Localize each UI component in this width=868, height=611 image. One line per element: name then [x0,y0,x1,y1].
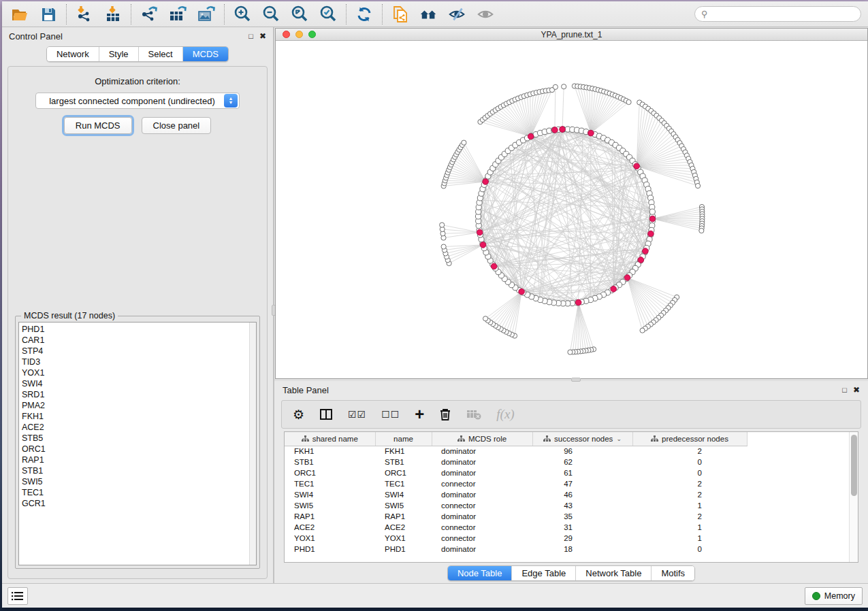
tab-select[interactable]: Select [139,47,183,61]
export-table-icon[interactable] [168,5,187,24]
cell-mcds-role[interactable]: connector [432,478,532,489]
mcds-result-item[interactable]: STB5 [22,433,246,444]
select-all-icon[interactable]: ☑☑ [348,406,366,423]
mcds-result-list[interactable]: PHD1CAR1STP4TID3YOX1SWI4SRD1PMA2FKH1ACE2… [18,322,257,565]
table-row[interactable]: STB1STB1dominator620 [285,457,747,467]
cell-name[interactable]: YOX1 [375,533,432,544]
delete-icon[interactable] [439,406,451,423]
cell-predecessor-nodes[interactable]: 1 [632,500,747,511]
cell-successor-nodes[interactable]: 18 [532,544,632,555]
mcds-result-item[interactable]: ORC1 [22,444,246,455]
cell-name[interactable]: FKH1 [375,446,432,457]
tab-motifs[interactable]: Motifs [652,566,694,580]
tab-node-table[interactable]: Node Table [448,566,513,580]
cell-successor-nodes[interactable]: 61 [532,467,632,478]
mcds-result-item[interactable]: GCR1 [22,498,246,509]
table-row[interactable]: PHD1PHD1dominator180 [285,544,747,555]
mcds-result-item[interactable]: PHD1 [22,324,246,335]
result-list-scrollbar[interactable] [249,323,256,565]
cell-predecessor-nodes[interactable]: 2 [632,446,747,457]
col-predecessor-nodes[interactable]: predecessor nodes [632,432,747,446]
col-shared-name[interactable]: shared name [285,432,375,446]
splitter-grip[interactable] [571,378,581,382]
cell-predecessor-nodes[interactable]: 2 [632,489,747,500]
cell-name[interactable]: ACE2 [375,522,432,533]
mcds-result-item[interactable]: SRD1 [22,389,246,400]
tab-network-table[interactable]: Network Table [576,566,652,580]
import-network-icon[interactable] [75,5,94,24]
cell-mcds-role[interactable]: connector [432,522,532,533]
float-table-panel-icon[interactable]: □ [842,386,847,394]
cell-shared-name[interactable]: ORC1 [285,467,375,478]
cell-successor-nodes[interactable]: 31 [532,522,632,533]
search-input[interactable]: ⚲ [694,6,861,22]
tab-style[interactable]: Style [99,47,139,61]
mcds-result-item[interactable]: PMA2 [22,400,246,411]
mcds-result-item[interactable]: ACE2 [22,422,246,433]
cell-name[interactable]: SWI4 [375,489,432,500]
memory-button[interactable]: Memory [805,587,863,605]
mcds-result-item[interactable]: RAP1 [22,455,246,465]
close-table-panel-icon[interactable]: ✖ [853,386,860,394]
cell-predecessor-nodes[interactable]: 0 [632,457,747,467]
col-mcds-role[interactable]: MCDS role [432,432,532,446]
cell-mcds-role[interactable]: dominator [432,467,532,478]
columns-icon[interactable] [319,406,333,423]
zoom-fit-icon[interactable] [290,5,309,24]
cell-predecessor-nodes[interactable]: 0 [632,467,747,478]
close-panel-icon[interactable]: ✖ [259,32,266,40]
mcds-result-item[interactable]: CAR1 [22,335,246,346]
first-neighbors-icon[interactable] [419,5,438,24]
horizontal-splitter[interactable] [274,379,868,381]
cell-predecessor-nodes[interactable]: 0 [632,544,747,555]
cell-mcds-role[interactable]: dominator [432,457,532,467]
cell-successor-nodes[interactable]: 46 [532,489,632,500]
copy-network-icon[interactable] [391,5,410,24]
table-row[interactable]: YOX1YOX1connector291 [285,533,747,544]
gear-icon[interactable]: ⚙ [293,406,304,423]
tab-edge-table[interactable]: Edge Table [512,566,576,580]
cell-name[interactable]: ORC1 [375,467,432,478]
table-row[interactable]: SWI5SWI5connector431 [285,500,747,511]
zoom-selected-icon[interactable] [319,5,338,24]
cell-mcds-role[interactable]: dominator [432,544,532,555]
add-icon[interactable]: + [415,406,424,423]
float-panel-icon[interactable]: □ [248,33,253,40]
zoom-in-icon[interactable] [233,5,252,24]
cell-shared-name[interactable]: TEC1 [285,478,375,489]
cell-predecessor-nodes[interactable]: 1 [632,522,747,533]
tab-network[interactable]: Network [47,47,99,61]
cell-name[interactable]: TEC1 [375,478,432,489]
cell-shared-name[interactable]: FKH1 [285,446,375,457]
network-canvas[interactable] [276,41,867,378]
cell-mcds-role[interactable]: connector [432,533,532,544]
cell-shared-name[interactable]: STB1 [285,457,375,467]
cell-shared-name[interactable]: SWI4 [285,489,375,500]
cell-predecessor-nodes[interactable]: 2 [632,511,747,522]
zoom-out-icon[interactable] [261,5,280,24]
cell-mcds-role[interactable]: dominator [432,446,532,457]
cell-shared-name[interactable]: SWI5 [285,500,375,511]
cell-successor-nodes[interactable]: 43 [532,500,632,511]
table-scrollbar[interactable] [849,432,858,562]
cell-name[interactable]: SWI5 [375,500,432,511]
mcds-result-item[interactable]: TEC1 [22,487,246,498]
mcds-result-item[interactable]: STP4 [22,346,246,357]
mcds-result-item[interactable]: SWI5 [22,476,246,487]
show-all-icon[interactable] [477,5,496,24]
cell-successor-nodes[interactable]: 62 [532,457,632,467]
cell-mcds-role[interactable]: dominator [432,511,532,522]
close-panel-button[interactable]: Close panel [142,117,212,134]
run-mcds-button[interactable]: Run MCDS [64,117,132,134]
table-row[interactable]: ACE2ACE2connector311 [285,522,747,533]
col-name[interactable]: name [375,432,432,446]
refresh-layout-icon[interactable] [355,5,374,24]
export-image-icon[interactable] [197,5,216,24]
cell-successor-nodes[interactable]: 47 [532,478,632,489]
col-successor-nodes[interactable]: successor nodes ⌄ [532,432,632,446]
export-network-icon[interactable] [140,5,159,24]
table-row[interactable]: FKH1FKH1dominator962 [285,446,747,457]
import-table-icon[interactable] [103,5,123,24]
table-row[interactable]: ORC1ORC1dominator610 [285,467,747,478]
cell-successor-nodes[interactable]: 96 [532,446,632,457]
